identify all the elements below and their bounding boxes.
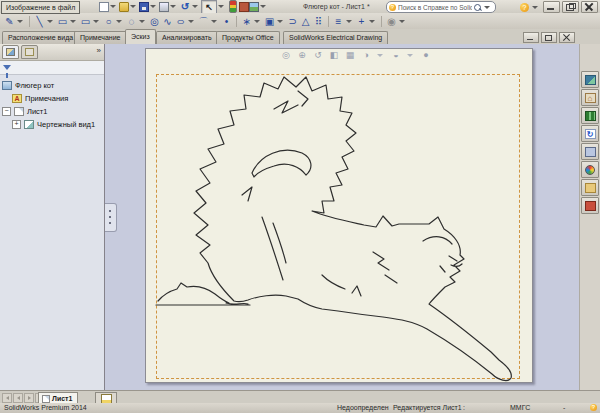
line-dropdown-icon[interactable] xyxy=(47,20,53,23)
open-icon[interactable] xyxy=(119,2,129,12)
display-style-icon[interactable]: ◑ xyxy=(360,49,372,61)
sketch-dropdown-icon[interactable] xyxy=(17,20,23,23)
view-palette-button[interactable] xyxy=(581,143,599,160)
save-icon[interactable] xyxy=(139,2,149,12)
drawing-sheet[interactable] xyxy=(145,48,533,383)
document-recovery-button[interactable] xyxy=(581,197,599,214)
expand-expander-icon[interactable]: + xyxy=(12,120,21,129)
quick-snaps-dropdown-icon[interactable] xyxy=(399,20,405,23)
next-sheet-button[interactable] xyxy=(24,393,34,403)
arc-dropdown-icon[interactable] xyxy=(211,20,217,23)
select-dropdown-icon[interactable] xyxy=(218,5,224,8)
smart-dimension-icon[interactable]: ∗ xyxy=(240,15,253,28)
solidworks-resources-button[interactable] xyxy=(581,71,599,88)
zoom-to-fit-icon[interactable]: ◎ xyxy=(280,49,292,61)
tab-evaluate[interactable]: Анализировать xyxy=(156,31,218,44)
image-dropdown-icon[interactable] xyxy=(260,5,266,8)
repair-sketch-icon[interactable]: + xyxy=(355,15,368,28)
offset-entities-icon[interactable]: ⊃ xyxy=(286,15,299,28)
view-orientation-icon[interactable]: ▦ xyxy=(344,49,356,61)
section-view-icon[interactable]: ◧ xyxy=(328,49,340,61)
restore-button[interactable] xyxy=(562,1,579,13)
custom-properties-button[interactable] xyxy=(581,179,599,196)
zoom-to-area-icon[interactable]: ⊕ xyxy=(296,49,308,61)
tab-office-products[interactable]: Продукты Office xyxy=(216,31,280,44)
point-icon[interactable]: • xyxy=(220,15,233,28)
mirror-entities-icon[interactable]: △ xyxy=(299,15,312,28)
slot-icon[interactable]: ▭ xyxy=(79,15,92,28)
select-button[interactable]: ↖ xyxy=(201,0,217,14)
convert-entities-dropdown-icon[interactable] xyxy=(277,20,283,23)
search-input[interactable] xyxy=(398,3,472,11)
convert-entities-icon[interactable]: ▣ xyxy=(263,15,276,28)
linear-pattern-icon[interactable]: ⠿ xyxy=(312,15,325,28)
search-dropdown-icon[interactable] xyxy=(484,6,490,9)
perimeter-circle-icon[interactable]: ◌ xyxy=(125,15,138,28)
tab-electrical-drawing[interactable]: SolidWorks Electrical Drawing xyxy=(283,31,388,44)
prev-sheet-button[interactable] xyxy=(13,393,23,403)
tab-annotation[interactable]: Примечание xyxy=(74,31,127,44)
minimize-button[interactable] xyxy=(543,1,560,13)
solidworks-forum-button[interactable]: ↻ xyxy=(581,125,599,142)
editing-status[interactable]: Редактируется Лист1 xyxy=(393,403,462,413)
new-document-icon[interactable] xyxy=(99,2,109,12)
rebuild-traffic-light-icon[interactable] xyxy=(229,0,237,13)
view-settings-icon[interactable]: ● xyxy=(420,49,432,61)
help-dropdown-icon[interactable] xyxy=(532,6,538,9)
tree-filter-row[interactable] xyxy=(0,61,104,75)
circle-alt-icon[interactable]: ◎ xyxy=(148,15,161,28)
ellipse-icon[interactable]: ○ xyxy=(171,15,190,28)
undo-icon[interactable]: ↺ xyxy=(179,1,191,12)
rectangle-icon[interactable]: ▭ xyxy=(56,15,69,28)
design-library-button[interactable]: ⌂ xyxy=(581,89,599,106)
propertymanager-tab[interactable] xyxy=(21,45,38,59)
tree-item-annotations[interactable]: A Примечания xyxy=(2,92,104,105)
panel-splitter-handle[interactable] xyxy=(105,203,117,232)
cat-sketch-path[interactable] xyxy=(156,77,511,381)
sketch-icon[interactable]: ✎ xyxy=(3,15,16,28)
file-explorer-button[interactable] xyxy=(581,107,599,124)
tree-item-sheet[interactable]: − Лист1 xyxy=(2,105,104,118)
repair-dropdown-icon[interactable] xyxy=(369,20,375,23)
circle-dropdown-icon[interactable] xyxy=(116,20,122,23)
tree-item-drawing-view[interactable]: + Чертежный вид1 xyxy=(2,118,104,131)
featuremanager-tab[interactable] xyxy=(2,45,19,59)
collapse-chevron-icon[interactable]: » xyxy=(97,46,101,56)
status-help-icon[interactable]: ? xyxy=(590,404,597,411)
doc-minimize-button[interactable] xyxy=(523,32,539,43)
options-icon[interactable] xyxy=(239,2,249,12)
slot-dropdown-icon[interactable] xyxy=(93,20,99,23)
open-dropdown-icon[interactable] xyxy=(130,5,136,8)
doc-restore-button[interactable] xyxy=(541,32,557,43)
image-scene-icon[interactable] xyxy=(249,2,259,12)
hide-show-dropdown-icon[interactable] xyxy=(407,54,413,57)
previous-view-icon[interactable]: ↺ xyxy=(312,49,324,61)
relations-dropdown-icon[interactable] xyxy=(346,20,352,23)
collapse-expander-icon[interactable]: − xyxy=(2,107,11,116)
graphics-area[interactable]: ◎ ⊕ ↺ ◧ ▦ ◑ ◒ ● xyxy=(105,44,580,391)
arc-icon[interactable]: ⌒ xyxy=(197,15,210,28)
circle-icon[interactable]: ○ xyxy=(102,15,115,28)
tab-view-layout[interactable]: Расположение вида xyxy=(2,31,79,44)
display-delete-relations-icon[interactable]: ≡ xyxy=(332,15,345,28)
undo-dropdown-icon[interactable] xyxy=(192,5,198,8)
doc-close-button[interactable] xyxy=(559,32,575,43)
rectangle-dropdown-icon[interactable] xyxy=(70,20,76,23)
line-icon[interactable]: ╲ xyxy=(33,15,46,28)
save-dropdown-icon[interactable] xyxy=(150,5,156,8)
first-sheet-button[interactable] xyxy=(2,393,12,403)
quick-snaps-icon[interactable]: ◉ xyxy=(385,15,398,28)
search-icon[interactable] xyxy=(474,4,481,11)
display-style-dropdown-icon[interactable] xyxy=(377,54,383,57)
units-label[interactable]: ММГС xyxy=(510,403,530,413)
help-search-box[interactable]: ? xyxy=(386,1,496,13)
tree-item-root[interactable]: Флюгер кот xyxy=(2,79,104,92)
print-icon[interactable] xyxy=(159,2,169,12)
smart-dimension-dropdown-icon[interactable] xyxy=(254,20,260,23)
hide-show-items-icon[interactable]: ◒ xyxy=(390,49,402,61)
appearances-scenes-button[interactable] xyxy=(581,161,599,178)
tab-sketch[interactable]: Эскиз xyxy=(125,29,156,44)
print-dropdown-icon[interactable] xyxy=(170,5,176,8)
help-menu-icon[interactable]: ? xyxy=(520,3,529,12)
close-button[interactable] xyxy=(581,1,598,13)
